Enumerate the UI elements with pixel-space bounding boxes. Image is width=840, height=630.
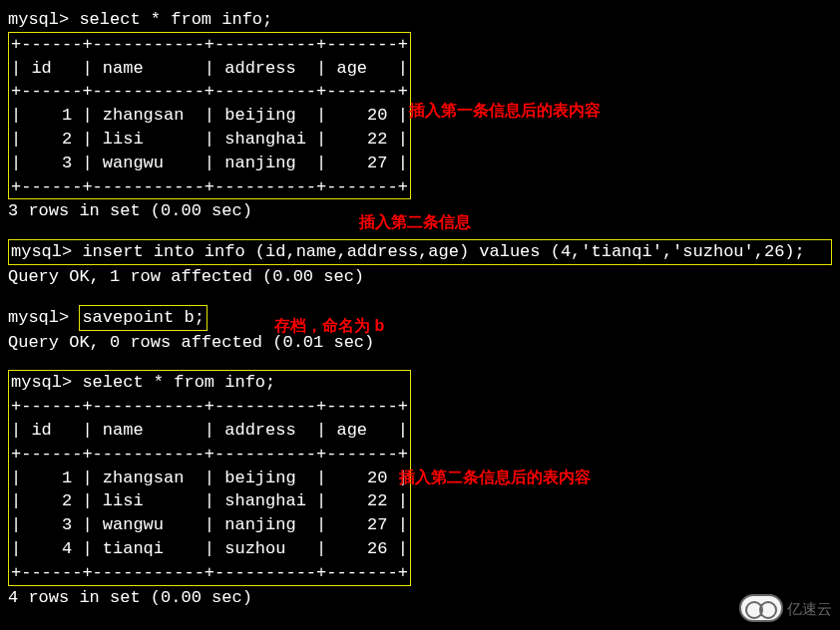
annotation-2: 插入第二条信息: [359, 211, 471, 233]
sql-query-4: select * from info;: [11, 371, 408, 395]
table-divider: +------+-----------+----------+-------+: [11, 395, 408, 419]
savepoint-box: savepoint b;: [79, 305, 207, 331]
table-row: | 4 | tianqi | suzhou | 26 |: [11, 537, 408, 561]
query-text: select * from info;: [79, 10, 272, 29]
table-row: | 1 | zhangsan | beijing | 20 |: [11, 467, 408, 490]
insert-command-box: insert into info (id,name,address,age) v…: [8, 239, 832, 265]
status-text-2: Query OK, 1 row affected (0.00 sec): [8, 265, 832, 289]
table-divider: +------+-----------+----------+-------+: [11, 561, 408, 585]
table-row: | 2 | lisi | shanghai | 22 |: [11, 489, 408, 513]
spacer: [8, 354, 832, 370]
table-divider: +------+-----------+----------+-------+: [11, 175, 408, 199]
table-header: | id | name | address | age |: [11, 419, 408, 443]
table-row: | 3 | wangwu | nanjing | 27 |: [11, 152, 408, 175]
status-text-4: 4 rows in set (0.00 sec): [8, 586, 832, 610]
query-text: insert into info (id,name,address,age) v…: [82, 242, 804, 261]
annotation-3: 存档，命名为 b: [274, 315, 384, 337]
table-divider: +------+-----------+----------+-------+: [11, 80, 408, 104]
annotation-4: 插入第二条信息后的表内容: [399, 467, 591, 488]
table-header: | id | name | address | age |: [11, 57, 408, 81]
cloud-icon: [739, 594, 783, 622]
result-table-2-box: select * from info; +------+-----------+…: [8, 370, 411, 585]
brand-logo: 亿速云: [739, 594, 832, 622]
result-table-1-box: +------+-----------+----------+-------+ …: [8, 32, 411, 200]
savepoint-line: mysql> savepoint b;: [8, 305, 832, 331]
brand-text: 亿速云: [787, 598, 832, 619]
sql-query-1: select * from info;: [8, 8, 832, 32]
table-row: | 1 | zhangsan | beijing | 20 |: [11, 104, 408, 128]
status-text-3: Query OK, 0 rows affected (0.01 sec): [8, 331, 832, 355]
sql-query-2: insert into info (id,name,address,age) v…: [11, 240, 829, 264]
query-text: select * from info;: [82, 373, 275, 392]
table-divider: +------+-----------+----------+-------+: [11, 443, 408, 467]
table-row: | 3 | wangwu | nanjing | 27 |: [11, 513, 408, 537]
annotation-1: 插入第一条信息后的表内容: [409, 100, 601, 122]
spacer: [8, 289, 832, 305]
table-row: | 2 | lisi | shanghai | 22 |: [11, 128, 408, 152]
table-divider: +------+-----------+----------+-------+: [11, 33, 408, 57]
